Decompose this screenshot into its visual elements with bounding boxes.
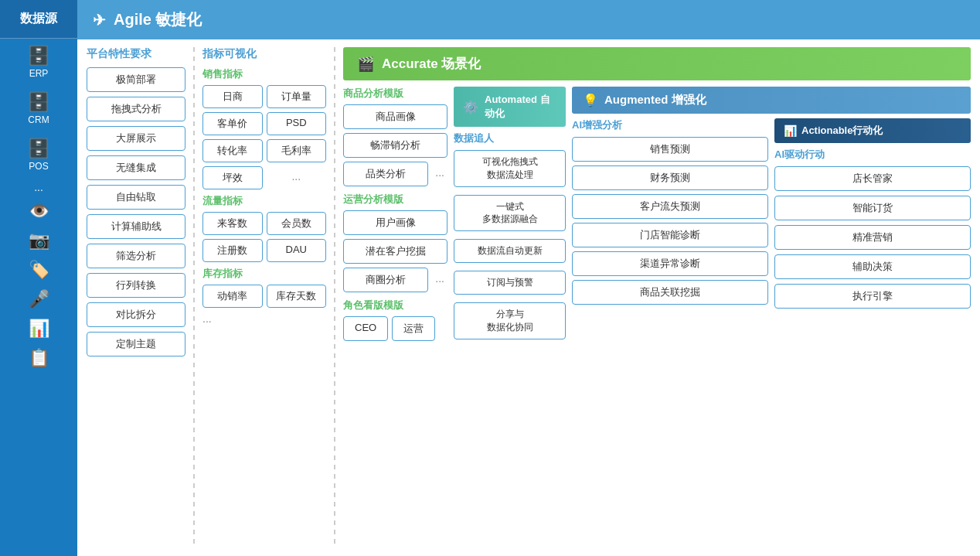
- template-商品画像[interactable]: 商品画像: [343, 104, 447, 129]
- track-可视化[interactable]: 可视化拖拽式数据流处理: [454, 150, 566, 187]
- feature-大屏展示[interactable]: 大屏展示: [87, 126, 185, 151]
- sidebar-item-crm[interactable]: 🗄️ CRM: [0, 85, 77, 131]
- feature-拖拽式分析[interactable]: 拖拽式分析: [87, 97, 185, 121]
- ai-渠道异常诊断[interactable]: 渠道异常诊断: [572, 251, 768, 276]
- template-商圈分析[interactable]: 商圈分析: [343, 268, 428, 292]
- track-分享[interactable]: 分享与数据化协同: [454, 302, 566, 339]
- template-ops-role[interactable]: 运营: [392, 316, 435, 341]
- template-ops-more: ...: [432, 268, 447, 292]
- main: ✈ Agile 敏捷化 平台特性要求 极简部署 拖拽式分析 大屏展示 无缝集成 …: [77, 0, 980, 556]
- template-ceo[interactable]: CEO: [343, 316, 388, 341]
- metric-psd[interactable]: PSD: [267, 112, 327, 135]
- metric-注册数[interactable]: 注册数: [202, 239, 263, 262]
- feature-自由钻取[interactable]: 自由钻取: [87, 185, 185, 210]
- sidebar-item-camera[interactable]: 📷: [29, 226, 49, 255]
- stock-metrics-grid: 动销率 库存天数: [202, 285, 326, 308]
- sidebar-item-doc[interactable]: 📋: [29, 343, 49, 373]
- crm-icon: 🗄️: [27, 91, 50, 113]
- crm-label: CRM: [28, 114, 49, 125]
- track-订阅预警[interactable]: 订阅与预警: [454, 271, 566, 295]
- pos-icon: 🗄️: [27, 138, 50, 159]
- feature-筛选分析[interactable]: 筛选分析: [87, 244, 185, 268]
- sidebar-item-more[interactable]: ...: [34, 178, 43, 196]
- erp-icon: 🗄️: [27, 45, 50, 67]
- divider1: [193, 47, 195, 548]
- ai-财务预测[interactable]: 财务预测: [572, 165, 768, 190]
- sidebar-item-pos[interactable]: 🗄️ POS: [0, 131, 77, 178]
- accurate-title: Accurate 场景化: [382, 55, 481, 73]
- metric-毛利率[interactable]: 毛利率: [267, 139, 327, 162]
- metric-转化率[interactable]: 转化率: [202, 139, 263, 162]
- metric-库存天数[interactable]: 库存天数: [267, 285, 327, 308]
- action-店长管家[interactable]: 店长管家: [774, 166, 971, 191]
- right-area: 🎬 Accurate 场景化 商品分析模版 商品画像 畅滞销分析 品类分析 ..…: [343, 47, 971, 548]
- feature-对比拆分[interactable]: 对比拆分: [87, 302, 185, 327]
- platform-title: 平台特性要求: [87, 47, 185, 61]
- divider2: [334, 47, 335, 548]
- template-product-more: ...: [432, 162, 447, 186]
- template-潜在客户挖掘[interactable]: 潜在客户挖掘: [343, 239, 447, 264]
- action-辅助决策[interactable]: 辅助决策: [774, 254, 971, 279]
- middle-row: 商品分析模版 商品画像 畅滞销分析 品类分析 ... 运营分析模版 用户画像 潜…: [343, 87, 971, 548]
- traffic-metrics-grid: 来客数 会员数 注册数 DAU: [202, 212, 326, 262]
- metric-动销率[interactable]: 动销率: [202, 285, 263, 308]
- template-row2: 商圈分析 ...: [343, 268, 447, 292]
- actionable-icon: 📊: [784, 125, 797, 137]
- role-template-title: 角色看版模版: [343, 298, 447, 312]
- metric-会员数[interactable]: 会员数: [267, 212, 327, 235]
- sales-metrics-title: 销售指标: [202, 67, 326, 81]
- template-品类分析[interactable]: 品类分析: [343, 162, 428, 186]
- automated-banner: ⚙️ Automated 自动化: [454, 87, 566, 127]
- metric-坪效[interactable]: 坪效: [202, 166, 263, 189]
- track-一键式[interactable]: 一键式多数据源融合: [454, 195, 566, 232]
- metric-来客数[interactable]: 来客数: [202, 212, 263, 235]
- metric-日商[interactable]: 日商: [202, 85, 263, 108]
- erp-label: ERP: [29, 68, 49, 79]
- platform-col: 平台特性要求 极简部署 拖拽式分析 大屏展示 无缝集成 自由钻取 计算辅助线 筛…: [87, 47, 185, 548]
- metrics-col: 指标可视化 销售指标 日商 订单量 客单价 PSD 转化率 毛利率 坪效 ...…: [202, 47, 326, 548]
- feature-计算辅助线[interactable]: 计算辅助线: [87, 214, 185, 239]
- sidebar-item-erp[interactable]: 🗄️ ERP: [0, 39, 77, 85]
- sidebar-title: 数据源: [0, 0, 77, 39]
- sidebar: 数据源 🗄️ ERP 🗄️ CRM 🗄️ POS ... 👁️ 📷 🏷️ 🎤 📊…: [0, 0, 77, 556]
- header: ✈ Agile 敏捷化: [77, 0, 980, 39]
- metric-订单量[interactable]: 订单量: [267, 85, 327, 108]
- track-自动更新[interactable]: 数据流自动更新: [454, 239, 566, 263]
- template-row: 品类分析 ...: [343, 162, 447, 186]
- ai-action-row: AI增强分析 销售预测 财务预测 客户流失预测 门店智能诊断 渠道异常诊断 商品…: [572, 118, 971, 548]
- traffic-metrics-title: 流量指标: [202, 194, 326, 208]
- action-执行引擎[interactable]: 执行引擎: [774, 284, 971, 309]
- datatrack-title: 数据追人: [454, 131, 566, 145]
- ops-template-title: 运营分析模版: [343, 193, 447, 206]
- ai-门店智能诊断[interactable]: 门店智能诊断: [572, 223, 768, 247]
- feature-无缝集成[interactable]: 无缝集成: [87, 155, 185, 180]
- feature-行列转换[interactable]: 行列转换: [87, 273, 185, 298]
- stock-more: ...: [202, 312, 326, 325]
- template-畅滞销分析[interactable]: 畅滞销分析: [343, 133, 447, 158]
- metric-dau[interactable]: DAU: [267, 239, 327, 262]
- ai-销售预测[interactable]: 销售预测: [572, 137, 768, 162]
- metric-客单价[interactable]: 客单价: [202, 112, 263, 135]
- action-智能订货[interactable]: 智能订货: [774, 196, 971, 220]
- sidebar-item-weibo[interactable]: 👁️: [29, 196, 49, 226]
- sidebar-item-tag[interactable]: 🏷️: [29, 255, 49, 285]
- actionable-col: 📊 Actionable行动化 AI驱动行动 店长管家 智能订货 精准营销 辅助…: [774, 118, 971, 548]
- ai-商品关联挖掘[interactable]: 商品关联挖掘: [572, 280, 768, 305]
- sales-metrics-grid: 日商 订单量 客单价 PSD 转化率 毛利率 坪效 ...: [202, 85, 326, 189]
- sidebar-item-excel[interactable]: 📊: [29, 314, 49, 343]
- automated-icon: ⚙️: [463, 100, 478, 114]
- actionable-banner: 📊 Actionable行动化: [774, 118, 971, 143]
- sidebar-item-mic[interactable]: 🎤: [29, 285, 49, 314]
- role-template-row: CEO 运营: [343, 316, 447, 341]
- feature-极简部署[interactable]: 极简部署: [87, 67, 185, 92]
- ai-analysis-col: AI增强分析 销售预测 财务预测 客户流失预测 门店智能诊断 渠道异常诊断 商品…: [572, 118, 768, 548]
- accurate-icon: 🎬: [357, 56, 374, 73]
- feature-定制主题[interactable]: 定制主题: [87, 332, 185, 356]
- templates-col: 商品分析模版 商品画像 畅滞销分析 品类分析 ... 运营分析模版 用户画像 潜…: [343, 87, 447, 548]
- action-精准营销[interactable]: 精准营销: [774, 225, 971, 250]
- metric-sales-more: ...: [267, 166, 327, 189]
- product-template-title: 商品分析模版: [343, 87, 447, 101]
- ai-客户流失预测[interactable]: 客户流失预测: [572, 194, 768, 219]
- template-用户画像[interactable]: 用户画像: [343, 210, 447, 235]
- augmented-icon: 💡: [583, 93, 598, 107]
